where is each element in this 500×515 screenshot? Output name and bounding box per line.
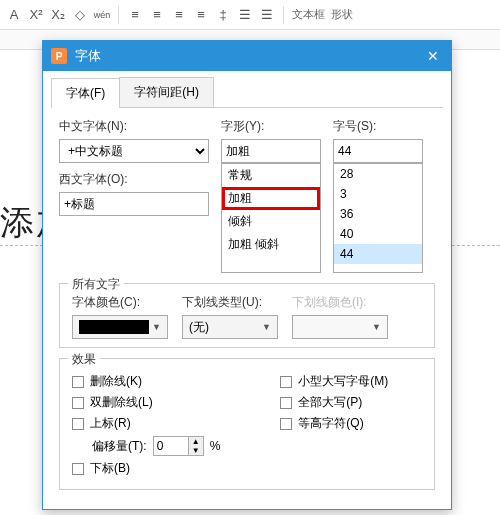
justify-icon[interactable]: ≡ [193,7,209,23]
align-right-icon[interactable]: ≡ [171,7,187,23]
west-font-input[interactable] [59,192,209,216]
style-label: 字形(Y): [221,118,321,135]
style-option[interactable]: 常规 [222,164,320,187]
dialog-tabs: 字体(F) 字符间距(H) [51,77,443,108]
spin-up-icon[interactable]: ▲ [189,437,203,446]
underline-type-dropdown[interactable]: (无)▼ [182,315,278,339]
size-option[interactable]: 3 [334,184,422,204]
dialog-titlebar: P 字体 ✕ [43,41,451,71]
clear-format-icon[interactable]: ◇ [72,7,88,23]
double-strike-checkbox[interactable]: 双删除线(L) [72,394,220,411]
effects-legend: 效果 [68,351,100,368]
size-option[interactable]: 40 [334,224,422,244]
align-left-icon[interactable]: ≡ [127,7,143,23]
bullets-icon[interactable]: ☰ [237,7,253,23]
numbering-icon[interactable]: ☰ [259,7,275,23]
tab-spacing[interactable]: 字符间距(H) [119,77,214,107]
align-center-icon[interactable]: ≡ [149,7,165,23]
editor-toolbar: A X² X₂ ◇ wén ≡ ≡ ≡ ≡ ‡ ☰ ☰ 文本框 形状 [0,0,500,30]
close-button[interactable]: ✕ [423,48,443,64]
font-color-dropdown[interactable]: ▼ [72,315,168,339]
font-color-label: 字体颜色(C): [72,294,168,311]
underline-color-dropdown: ▼ [292,315,388,339]
shape-label[interactable]: 形状 [331,7,353,22]
underline-color-label: 下划线颜色(I): [292,294,388,311]
west-font-label: 西文字体(O): [59,171,209,188]
size-option[interactable]: 44 [334,244,422,264]
size-option[interactable]: 28 [334,164,422,184]
size-input[interactable] [333,139,423,163]
superscript-checkbox[interactable]: 上标(R) [72,415,220,432]
textbox-label[interactable]: 文本框 [292,7,325,22]
style-option[interactable]: 加粗 倾斜 [222,233,320,256]
underline-type-value: (无) [189,319,209,336]
style-option[interactable]: 加粗 [222,187,320,210]
line-spacing-icon[interactable]: ‡ [215,7,231,23]
subscript-checkbox[interactable]: 下标(B) [72,460,220,477]
font-color-icon[interactable]: A [6,7,22,23]
size-label: 字号(S): [333,118,423,135]
color-swatch [79,320,149,334]
underline-type-label: 下划线类型(U): [182,294,278,311]
size-option[interactable]: 36 [334,204,422,224]
phonetic-icon[interactable]: wén [94,7,110,23]
subscript-icon[interactable]: X₂ [50,7,66,23]
offset-unit: % [210,439,221,453]
style-input[interactable] [221,139,321,163]
style-listbox[interactable]: 常规 加粗 倾斜 加粗 倾斜 [221,163,321,273]
effects-group: 效果 删除线(K) 双删除线(L) 上标(R) 偏移量(T): ▲▼ % 下标(… [59,358,435,490]
cn-font-label: 中文字体(N): [59,118,209,135]
style-option[interactable]: 倾斜 [222,210,320,233]
offset-label: 偏移量(T): [92,438,147,455]
smallcaps-checkbox[interactable]: 小型大写字母(M) [280,373,388,390]
offset-row: 偏移量(T): ▲▼ % [92,436,220,456]
chevron-down-icon: ▼ [372,322,381,332]
all-text-group: 所有文字 字体颜色(C): ▼ 下划线类型(U): (无)▼ 下划线颜色(I):… [59,283,435,348]
chevron-down-icon: ▼ [262,322,271,332]
chevron-down-icon: ▼ [152,322,161,332]
font-dialog: P 字体 ✕ 字体(F) 字符间距(H) 中文字体(N): +中文标题 西文字体… [42,40,452,510]
dialog-title: 字体 [75,47,423,65]
all-text-legend: 所有文字 [68,276,124,293]
strike-checkbox[interactable]: 删除线(K) [72,373,220,390]
app-logo-icon: P [51,48,67,64]
spin-down-icon[interactable]: ▼ [189,446,203,455]
superscript-icon[interactable]: X² [28,7,44,23]
size-listbox[interactable]: 28 3 36 40 44 [333,163,423,273]
allcaps-checkbox[interactable]: 全部大写(P) [280,394,388,411]
equal-height-checkbox[interactable]: 等高字符(Q) [280,415,388,432]
offset-spinner[interactable]: ▲▼ [153,436,204,456]
offset-input[interactable] [153,436,189,456]
tab-font[interactable]: 字体(F) [51,78,120,108]
cn-font-select[interactable]: +中文标题 [59,139,209,163]
